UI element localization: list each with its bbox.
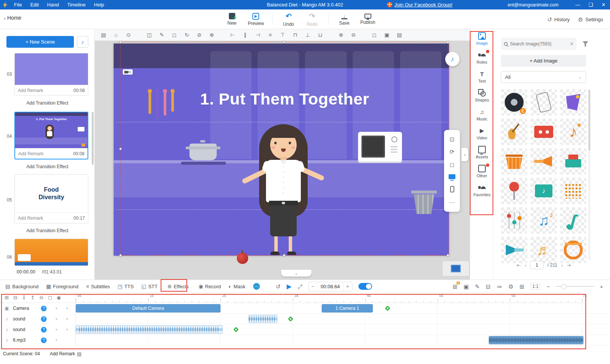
paste-icon[interactable]: ▤	[396, 32, 403, 37]
align-right-icon[interactable]: ⊣	[254, 32, 261, 37]
save-button[interactable]: ↓ Save	[337, 13, 352, 26]
track-option-dot[interactable]	[56, 318, 57, 320]
asset-item-equalizer[interactable]	[560, 178, 587, 204]
align-left-icon[interactable]: ⊢	[229, 32, 236, 37]
asset-item-basket[interactable]	[501, 148, 527, 175]
menu-hand[interactable]: Hand	[43, 0, 63, 9]
reset-playback-icon[interactable]: ↺	[276, 284, 281, 289]
remark-label[interactable]: Add Remark	[18, 88, 43, 93]
menu-file[interactable]: File	[10, 0, 26, 9]
scene-music-button[interactable]: ♪	[77, 36, 88, 48]
panel-expand-chevron[interactable]: ›	[461, 148, 468, 161]
selection-handle[interactable]	[119, 254, 122, 256]
distribute-v-icon[interactable]: ⊔	[317, 32, 324, 37]
character[interactable]	[249, 124, 318, 256]
tab-favorites[interactable]: Favorites	[470, 181, 494, 200]
mask-button[interactable]: ◐Mask	[228, 284, 246, 289]
asset-item-phone[interactable]	[530, 89, 557, 116]
transition-effect-button[interactable]: Add Transition Effect	[0, 100, 95, 106]
clip-sound-short[interactable]	[249, 315, 277, 323]
distribute-h-icon[interactable]: ≡	[267, 32, 274, 37]
download-icon[interactable]: ↧	[22, 295, 26, 300]
sync-rotate-icon[interactable]: ⟳	[450, 149, 455, 155]
filter-tracks-icon[interactable]: ≔	[497, 284, 502, 289]
new-scene-button[interactable]: + New Scene	[6, 36, 74, 48]
draw-icon[interactable]: ✎	[158, 32, 165, 37]
undo-button[interactable]: ↶ Undo	[281, 12, 296, 27]
background-button[interactable]: ▤Background	[5, 284, 39, 289]
scene-remark-row[interactable]: Add Remark 00:08	[15, 85, 88, 95]
timeline-zoom-out-icon[interactable]: −	[546, 284, 550, 289]
keyframe-diamond[interactable]	[288, 316, 293, 322]
tab-assets[interactable]: Assets	[470, 143, 494, 162]
track-option-dot[interactable]	[66, 308, 68, 309]
fit-screen-icon[interactable]: ⊡	[450, 136, 455, 142]
asset-item-horn[interactable]	[560, 237, 587, 263]
asset-item-guitar[interactable]	[501, 119, 527, 145]
help-badge[interactable]: ?	[41, 316, 47, 322]
selection-handle[interactable]	[447, 254, 449, 256]
align-bottom-icon[interactable]: ⊥	[304, 32, 311, 37]
copy-icon[interactable]: ▣	[383, 32, 390, 37]
home-button[interactable]: ‹ Home	[4, 15, 21, 21]
timeline-zoom-in-icon[interactable]: +	[600, 284, 603, 289]
keyframe-diamond[interactable]	[385, 306, 390, 311]
asset-item-saxophone[interactable]	[560, 207, 587, 234]
import-audio-icon[interactable]: ⊟	[13, 295, 17, 300]
close-button[interactable]: ✕	[597, 0, 610, 9]
clip-sound-long[interactable]	[76, 325, 223, 334]
tts-button[interactable]: ◳TTS	[117, 284, 134, 289]
timeline-ruler[interactable]: 0s 1s 2s 3s 4s 5s 6s 7s	[76, 292, 585, 303]
autoplay-toggle[interactable]	[358, 283, 372, 290]
rotate-icon[interactable]: ↻	[183, 32, 190, 37]
timeline-zoom-slider[interactable]	[556, 286, 594, 287]
tab-shapes[interactable]: Shapes	[470, 86, 494, 105]
asset-item-trumpet[interactable]	[530, 148, 557, 175]
help-badge[interactable]: ?	[41, 337, 47, 343]
more-tools-button[interactable]: ⋯	[253, 283, 260, 290]
first-page-button[interactable]: ⇤	[517, 262, 521, 268]
snapshot-icon[interactable]: ▣	[463, 284, 469, 289]
tab-roles[interactable]: Roles	[470, 48, 494, 67]
mini-preview[interactable]	[442, 261, 469, 277]
upload-icon[interactable]: ↥	[31, 295, 35, 300]
selection-handle[interactable]	[119, 41, 122, 43]
asset-item-trumpet-teal[interactable]	[501, 237, 527, 263]
account-email[interactable]: ent@mangoanimate.com	[508, 2, 558, 8]
add-image-button[interactable]: + Add Image	[501, 55, 586, 67]
scene-list-scrollbar[interactable]	[92, 112, 94, 165]
track-option-dot[interactable]	[56, 329, 57, 330]
category-select[interactable]: All ⌄	[501, 71, 586, 83]
lock-element-icon[interactable]: ◻	[171, 32, 178, 37]
scene-card-05[interactable]: Food Diversity Add Remark 00:17	[14, 174, 88, 223]
scene-card-06[interactable]	[14, 239, 88, 266]
desktop-view-icon[interactable]	[449, 174, 455, 179]
selection-handle[interactable]	[119, 148, 122, 150]
minimize-button[interactable]: —	[571, 0, 584, 9]
menu-edit[interactable]: Edit	[26, 0, 43, 9]
track-label-camera[interactable]: ▣ Camera ?	[0, 303, 76, 314]
menu-timeline[interactable]: Timeline	[63, 0, 90, 9]
home-view-icon[interactable]: ⌂	[113, 32, 119, 37]
foreground-button[interactable]: ▦Foreground	[46, 284, 78, 289]
scene-canvas[interactable]: 1. Put Them Together 1	[114, 44, 449, 256]
search-box[interactable]: ✕	[501, 38, 577, 50]
scene-audio-button[interactable]: ♪	[445, 52, 460, 66]
track-option-dot[interactable]	[56, 339, 57, 341]
new-button[interactable]: New	[224, 13, 239, 26]
more-icon[interactable]: ⋯	[449, 200, 455, 205]
mp3-lane[interactable]	[76, 335, 585, 345]
tab-text[interactable]: T Text	[470, 67, 494, 86]
sound-lane[interactable]	[76, 314, 585, 324]
clear-search-icon[interactable]: ✕	[570, 41, 574, 47]
edit-frame-icon[interactable]: ✎	[475, 284, 480, 289]
effects-button[interactable]: ⊛Effects	[167, 284, 189, 289]
lock-track-icon[interactable]: ◻	[48, 295, 52, 300]
asset-scrollbar[interactable]	[588, 90, 590, 260]
lock-icon[interactable]: ◻	[450, 162, 454, 167]
history-button[interactable]: ↺ History	[547, 17, 570, 22]
scene-card-03[interactable]: Add Remark 00:08	[14, 53, 88, 95]
scene-remark-row[interactable]: Add Remark 00:17	[15, 212, 88, 223]
transition-effect-button[interactable]: Add Transition Effect	[0, 228, 95, 233]
asset-item-flag[interactable]	[560, 89, 587, 116]
